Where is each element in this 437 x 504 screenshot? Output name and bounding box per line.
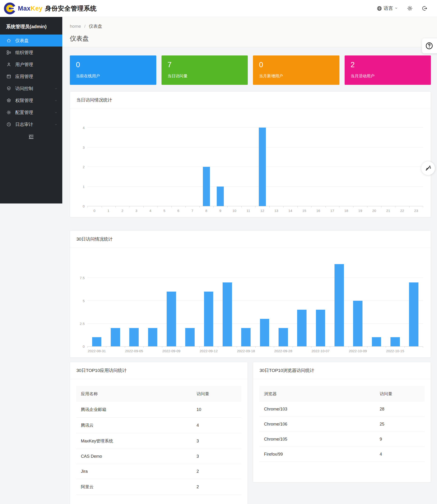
sidebar-item-label: 组织管理: [15, 49, 58, 56]
bar: [167, 291, 176, 346]
bar: [372, 337, 381, 346]
x-axis-tick-label: 2022-09-12: [199, 347, 218, 355]
chevron-down-icon: [395, 6, 398, 11]
sidebar-item-organization[interactable]: 组织管理: [0, 47, 62, 58]
bar-slot: [237, 255, 255, 346]
bars-container: [88, 255, 423, 346]
chevron-down-icon: [54, 123, 58, 126]
x-axis-tick-label: 16: [311, 206, 325, 215]
x-axis-tick-label: 15: [297, 206, 311, 215]
y-axis-tick-label: 2.5: [80, 321, 85, 325]
breadcrumb-home[interactable]: home: [70, 24, 81, 29]
bar-slot: [274, 255, 292, 346]
bar-slot: [125, 255, 143, 346]
bar-slot: [293, 255, 311, 346]
bar-slot: [353, 116, 367, 206]
x-axis-tick-label: 3: [129, 206, 144, 215]
bar-slot: [227, 116, 241, 206]
cell-visits: 25: [375, 417, 425, 432]
x-axis-tick-label: 7: [186, 206, 199, 215]
bar-slot: [381, 116, 395, 206]
y-axis-tick-label: 0: [83, 204, 85, 208]
bar-slot: [367, 116, 381, 206]
x-axis-tick-label: 2022-09-18: [237, 347, 255, 355]
theme-wand-button[interactable]: [421, 161, 435, 175]
x-axis-labels: 2022-08-312022-09-052022-09-092022-09-12…: [88, 347, 423, 355]
stat-value: 2: [351, 61, 425, 69]
cell-visits: 4: [375, 447, 425, 462]
sidebar-item-users[interactable]: 用户管理: [0, 58, 62, 70]
bar: [241, 328, 251, 346]
language-selector[interactable]: 语言: [377, 5, 398, 11]
sidebar-item-applications[interactable]: 应用管理: [0, 70, 62, 82]
logout-button[interactable]: [422, 5, 427, 11]
bar-slot: [143, 255, 162, 346]
bar-slot: [162, 255, 180, 346]
gear-icon: [6, 110, 11, 115]
settings-button[interactable]: [407, 5, 413, 11]
x-axis-tick-label: [181, 347, 199, 355]
brand: MaxKey身份安全管理系统: [4, 2, 97, 15]
app-icon: [6, 74, 11, 79]
bar-slot: [395, 116, 409, 206]
bar-slot: [199, 116, 213, 206]
x-axis-tick-label: 11: [241, 206, 256, 215]
bar-slot: [129, 116, 144, 206]
sidebar-item-dashboard[interactable]: 仪表盘: [0, 35, 62, 47]
x-axis-tick-label: [218, 347, 237, 355]
bar: [409, 282, 418, 346]
x-axis-tick-label: [330, 347, 348, 355]
tables-row: 30日TOP10应用访问统计 应用名称 访问量 腾讯企业邮箱10腾讯云4MaxK…: [70, 362, 431, 504]
bar-slot: [158, 116, 172, 206]
stat-label: 当月活动用户: [351, 73, 425, 79]
x-axis-tick-label: 5: [158, 206, 172, 215]
bars-container: [88, 116, 423, 206]
sidebar-item-configuration[interactable]: 配置管理: [0, 107, 62, 118]
bar: [129, 328, 139, 346]
sidebar-item-label: 访问控制: [15, 86, 50, 92]
stat-card-today-visits: 7当日访问量: [161, 56, 248, 85]
cell-name: CAS Demo: [76, 449, 192, 464]
y-axis-tick-label: 3: [83, 145, 85, 149]
cell-name: MaxKey管理系统: [76, 433, 192, 449]
bar: [259, 128, 266, 206]
cell-visits: 28: [375, 402, 425, 417]
bar-slot: [143, 116, 158, 206]
x-axis-tick-label: 2022-09-05: [125, 347, 143, 355]
stat-label: 当月新增用户: [259, 73, 333, 79]
x-axis-tick-label: 23: [409, 206, 423, 215]
sidebar-item-audit-log[interactable]: 日志审计: [0, 118, 62, 130]
maxkey-logo-icon: [4, 2, 16, 15]
cell-name: Firefox/99: [259, 447, 375, 462]
bar-chart-plot: 02.557.5: [88, 255, 423, 347]
sidebar-item-permissions[interactable]: 权限管理: [0, 95, 62, 107]
sidebar-user-label: 系统管理员(admin): [0, 17, 62, 35]
magic-wand-icon: [425, 165, 432, 172]
y-axis-tick-label: 0: [83, 344, 85, 349]
x-axis-tick-label: 6: [171, 206, 186, 215]
column-header: 应用名称: [76, 386, 192, 402]
x-axis-tick-label: 13: [269, 206, 284, 215]
stat-cards-row: 0当前在线用户7当日访问量0当月新增用户2当月活动用户: [70, 56, 431, 85]
x-axis-tick-label: 10: [227, 206, 241, 215]
column-header: 访问量: [375, 386, 425, 402]
bar: [260, 319, 269, 346]
bar-slot: [386, 255, 404, 346]
expand-arrow: [54, 87, 58, 90]
menu-fold-icon: [28, 134, 34, 140]
brand-title: MaxKey身份安全管理系统: [18, 4, 97, 13]
bar: [390, 337, 400, 346]
help-button[interactable]: [422, 38, 437, 53]
stat-label: 当日访问量: [168, 73, 242, 79]
x-axis-tick-label: 2022-10-15: [386, 347, 404, 355]
collapse-sidebar-button[interactable]: [0, 134, 62, 140]
sidebar-item-access-control[interactable]: 访问控制: [0, 82, 62, 95]
cell-name: Chrome/103: [259, 402, 375, 417]
table-row: 阿里云2: [76, 479, 241, 495]
bar: [148, 328, 158, 346]
bar-slot: [297, 116, 311, 206]
brand-suffix: 身份安全管理系统: [45, 5, 97, 12]
sidebar-item-label: 应用管理: [15, 74, 58, 80]
x-axis-tick-label: 4: [143, 206, 158, 215]
x-axis-tick-label: 18: [339, 206, 353, 215]
